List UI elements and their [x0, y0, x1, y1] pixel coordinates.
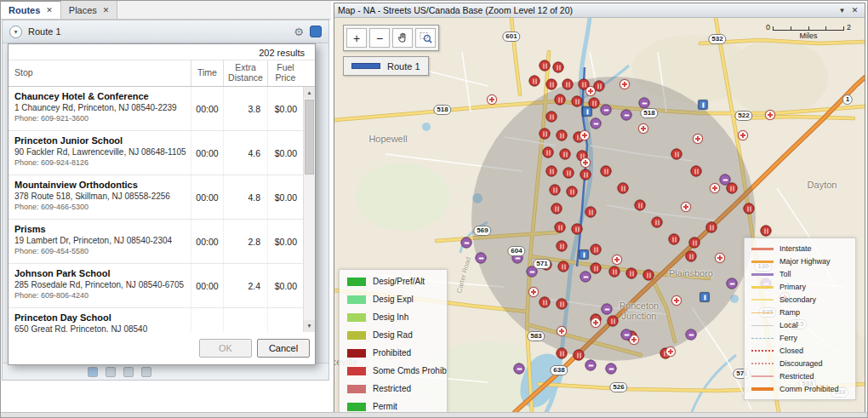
medical-marker[interactable] — [591, 318, 601, 328]
restaurant-marker[interactable] — [563, 168, 574, 179]
restaurant-marker[interactable] — [591, 244, 602, 255]
restaurant-marker[interactable] — [671, 149, 682, 160]
restaurant-marker[interactable] — [635, 200, 646, 211]
info-marker[interactable] — [580, 250, 589, 260]
panel-footer-icon[interactable] — [88, 367, 98, 377]
info-marker[interactable] — [583, 107, 592, 117]
purple-poi-marker[interactable] — [686, 329, 697, 341]
scrollbar[interactable]: ▲ ▼ — [303, 87, 315, 332]
restaurant-marker[interactable] — [686, 251, 697, 262]
medical-marker[interactable] — [665, 346, 676, 357]
info-marker[interactable] — [699, 100, 708, 110]
restaurant-marker[interactable] — [585, 207, 597, 218]
restaurant-marker[interactable] — [543, 147, 554, 158]
restaurant-marker[interactable] — [580, 169, 591, 180]
restaurant-marker[interactable] — [558, 261, 569, 272]
map-canvas[interactable]: 6015325185185221569604571583638526130535… — [334, 18, 865, 412]
medical-marker[interactable] — [580, 130, 590, 140]
purple-poi-marker[interactable] — [580, 272, 591, 283]
column-header-fuel-price[interactable]: Fuel Price — [267, 60, 303, 86]
medical-marker[interactable] — [612, 255, 622, 265]
restaurant-marker[interactable] — [761, 226, 772, 237]
purple-poi-marker[interactable] — [621, 329, 632, 341]
medical-marker[interactable] — [715, 253, 725, 263]
panel-footer-icon[interactable] — [106, 367, 116, 377]
medical-marker[interactable] — [557, 326, 567, 336]
restaurant-marker[interactable] — [546, 79, 557, 90]
restaurant-marker[interactable] — [557, 348, 568, 359]
restaurant-marker[interactable] — [557, 299, 568, 310]
map-icon[interactable] — [310, 26, 322, 37]
medical-marker[interactable] — [710, 183, 720, 193]
table-row[interactable]: Chauncey Hotel & Conference1 Chauncey Rd… — [9, 87, 303, 131]
restaurant-marker[interactable] — [540, 129, 551, 140]
medical-marker[interactable] — [671, 295, 682, 306]
purple-poi-marker[interactable] — [461, 238, 472, 249]
restaurant-marker[interactable] — [591, 263, 602, 274]
tab-routes[interactable]: Routes ✕ — [1, 1, 61, 19]
scroll-up-button[interactable]: ▲ — [304, 87, 315, 99]
pan-tool-button[interactable] — [392, 28, 413, 48]
table-row[interactable]: Johnson Park School285 Rosedale Rd, Prin… — [9, 264, 303, 308]
purple-poi-marker[interactable] — [585, 360, 597, 371]
zoom-select-button[interactable] — [415, 28, 436, 48]
chevron-down-icon[interactable]: ▾ — [836, 6, 848, 14]
purple-poi-marker[interactable] — [602, 304, 613, 315]
restaurant-marker[interactable] — [546, 166, 557, 177]
restaurant-marker[interactable] — [562, 79, 574, 90]
purple-poi-marker[interactable] — [621, 110, 632, 121]
purple-poi-marker[interactable] — [727, 278, 738, 289]
column-header-time[interactable]: Time — [191, 60, 223, 86]
panel-footer-icon[interactable] — [141, 367, 151, 377]
restaurant-marker[interactable] — [550, 185, 561, 196]
zoom-out-button[interactable]: − — [369, 28, 390, 48]
restaurant-marker[interactable] — [744, 203, 755, 215]
medical-marker[interactable] — [638, 123, 648, 134]
zoom-in-button[interactable]: + — [346, 28, 367, 48]
restaurant-marker[interactable] — [540, 60, 551, 72]
column-header-stop[interactable]: Stop — [9, 60, 191, 86]
restaurant-marker[interactable] — [529, 76, 540, 87]
medical-marker[interactable] — [528, 287, 539, 297]
table-row[interactable]: Prisms19 Lambert Dr, Princeton, NJ 08540… — [9, 220, 303, 264]
restaurant-marker[interactable] — [546, 112, 557, 123]
scrollbar-thumb[interactable] — [305, 100, 314, 175]
close-icon[interactable]: ✕ — [46, 6, 53, 14]
restaurant-marker[interactable] — [567, 186, 578, 198]
gear-icon[interactable]: ⚙ — [294, 26, 304, 38]
info-marker[interactable] — [700, 293, 710, 302]
ok-button[interactable]: OK — [199, 339, 252, 358]
restaurant-marker[interactable] — [560, 149, 571, 160]
medical-marker[interactable] — [580, 157, 591, 168]
medical-marker[interactable] — [681, 202, 691, 212]
restaurant-marker[interactable] — [608, 316, 619, 327]
restaurant-marker[interactable] — [555, 222, 566, 233]
restaurant-marker[interactable] — [626, 268, 637, 279]
restaurant-marker[interactable] — [618, 183, 629, 194]
close-icon[interactable]: ✕ — [848, 6, 861, 14]
restaurant-marker[interactable] — [551, 203, 562, 215]
restaurant-marker[interactable] — [643, 270, 654, 281]
table-row[interactable]: Princeton Day School650 Great Rd, Prince… — [9, 308, 303, 332]
restaurant-marker[interactable] — [555, 94, 566, 106]
restaurant-marker[interactable] — [557, 130, 568, 141]
purple-poi-marker[interactable] — [606, 364, 617, 375]
restaurant-marker[interactable] — [652, 217, 663, 228]
purple-poi-marker[interactable] — [591, 118, 602, 129]
table-row[interactable]: Mountainview Orthodontics378 Route 518, … — [9, 175, 303, 220]
route-legend-chip[interactable]: Route 1 — [343, 56, 429, 76]
medical-marker[interactable] — [620, 79, 630, 89]
purple-poi-marker[interactable] — [476, 253, 487, 264]
restaurant-marker[interactable] — [601, 166, 612, 177]
medical-marker[interactable] — [765, 110, 775, 120]
restaurant-marker[interactable] — [572, 96, 583, 107]
table-row[interactable]: Princeton Junior School90 Fackler Rd, La… — [9, 131, 303, 175]
medical-marker[interactable] — [693, 134, 703, 144]
medical-marker[interactable] — [738, 130, 748, 140]
restaurant-marker[interactable] — [540, 297, 551, 308]
restaurant-marker[interactable] — [557, 241, 568, 252]
cancel-button[interactable]: Cancel — [257, 339, 310, 358]
panel-footer-icon[interactable] — [123, 367, 134, 377]
close-icon[interactable]: ✕ — [103, 6, 110, 14]
restaurant-marker[interactable] — [691, 166, 702, 177]
